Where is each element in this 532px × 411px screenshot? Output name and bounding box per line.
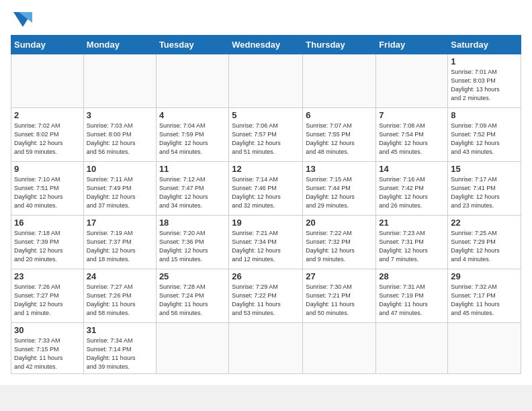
calendar-cell: 2Sunrise: 7:02 AM Sunset: 8:02 PM Daylig…: [11, 108, 84, 162]
day-number: 1: [451, 56, 518, 66]
calendar-cell: 23Sunrise: 7:26 AM Sunset: 7:27 PM Dayli…: [11, 269, 84, 323]
calendar-cell: [229, 54, 303, 108]
week-row-2: 2Sunrise: 7:02 AM Sunset: 8:02 PM Daylig…: [11, 108, 521, 162]
day-number: 16: [14, 218, 81, 228]
day-number: 22: [451, 218, 518, 228]
day-info: Sunrise: 7:23 AM Sunset: 7:31 PM Dayligh…: [379, 229, 445, 264]
day-number: 10: [87, 164, 153, 174]
day-info: Sunrise: 7:26 AM Sunset: 7:27 PM Dayligh…: [14, 283, 81, 318]
page: SundayMondayTuesdayWednesdayThursdayFrid…: [0, 0, 532, 385]
week-row-4: 16Sunrise: 7:18 AM Sunset: 7:39 PM Dayli…: [11, 216, 521, 269]
calendar: SundayMondayTuesdayWednesdayThursdayFrid…: [11, 35, 521, 374]
calendar-cell: [376, 323, 448, 374]
calendar-cell: 13Sunrise: 7:15 AM Sunset: 7:44 PM Dayli…: [303, 162, 376, 216]
calendar-cell: 9Sunrise: 7:10 AM Sunset: 7:51 PM Daylig…: [11, 162, 84, 216]
day-number: 11: [159, 164, 226, 174]
calendar-cell: [156, 54, 228, 108]
logo: [11, 11, 32, 30]
day-number: 14: [379, 164, 445, 174]
day-number: 13: [306, 164, 373, 174]
day-info: Sunrise: 7:34 AM Sunset: 7:14 PM Dayligh…: [87, 336, 153, 371]
logo-triangle-icon: [13, 12, 32, 27]
week-row-3: 9Sunrise: 7:10 AM Sunset: 7:51 PM Daylig…: [11, 162, 521, 216]
calendar-cell: [229, 323, 303, 374]
calendar-cell: 20Sunrise: 7:22 AM Sunset: 7:32 PM Dayli…: [303, 216, 376, 269]
calendar-cell: 10Sunrise: 7:11 AM Sunset: 7:49 PM Dayli…: [83, 162, 156, 216]
day-number: 19: [232, 218, 300, 228]
calendar-cell: 14Sunrise: 7:16 AM Sunset: 7:42 PM Dayli…: [376, 162, 448, 216]
day-info: Sunrise: 7:14 AM Sunset: 7:46 PM Dayligh…: [232, 175, 300, 210]
calendar-cell: 15Sunrise: 7:17 AM Sunset: 7:41 PM Dayli…: [448, 162, 521, 216]
day-info: Sunrise: 7:11 AM Sunset: 7:49 PM Dayligh…: [87, 175, 153, 210]
calendar-cell: 21Sunrise: 7:23 AM Sunset: 7:31 PM Dayli…: [376, 216, 448, 269]
day-number: 21: [379, 218, 445, 228]
day-number: 24: [87, 271, 153, 281]
calendar-cell: 29Sunrise: 7:32 AM Sunset: 7:17 PM Dayli…: [448, 269, 521, 323]
calendar-cell: 7Sunrise: 7:08 AM Sunset: 7:54 PM Daylig…: [376, 108, 448, 162]
calendar-cell: 31Sunrise: 7:34 AM Sunset: 7:14 PM Dayli…: [83, 323, 156, 374]
calendar-cell: [156, 323, 228, 374]
calendar-cell: [376, 54, 448, 108]
day-info: Sunrise: 7:17 AM Sunset: 7:41 PM Dayligh…: [451, 175, 518, 210]
weekday-header-row: SundayMondayTuesdayWednesdayThursdayFrid…: [11, 36, 521, 54]
day-number: 20: [306, 218, 373, 228]
day-info: Sunrise: 7:31 AM Sunset: 7:19 PM Dayligh…: [379, 283, 445, 318]
day-info: Sunrise: 7:25 AM Sunset: 7:29 PM Dayligh…: [451, 229, 518, 264]
day-number: 3: [87, 110, 153, 120]
day-info: Sunrise: 7:09 AM Sunset: 7:52 PM Dayligh…: [451, 122, 518, 156]
day-info: Sunrise: 7:07 AM Sunset: 7:55 PM Dayligh…: [306, 122, 373, 156]
calendar-cell: 19Sunrise: 7:21 AM Sunset: 7:34 PM Dayli…: [229, 216, 303, 269]
calendar-cell: [303, 54, 376, 108]
calendar-cell: 28Sunrise: 7:31 AM Sunset: 7:19 PM Dayli…: [376, 269, 448, 323]
day-info: Sunrise: 7:16 AM Sunset: 7:42 PM Dayligh…: [379, 175, 445, 210]
day-number: 5: [232, 110, 300, 120]
day-info: Sunrise: 7:06 AM Sunset: 7:57 PM Dayligh…: [232, 122, 300, 156]
header: [11, 11, 521, 30]
calendar-cell: [303, 323, 376, 374]
day-number: 31: [87, 325, 153, 335]
day-number: 9: [14, 164, 81, 174]
calendar-cell: 12Sunrise: 7:14 AM Sunset: 7:46 PM Dayli…: [229, 162, 303, 216]
day-info: Sunrise: 7:12 AM Sunset: 7:47 PM Dayligh…: [159, 175, 226, 210]
day-number: 15: [451, 164, 518, 174]
day-number: 23: [14, 271, 81, 281]
calendar-cell: 27Sunrise: 7:30 AM Sunset: 7:21 PM Dayli…: [303, 269, 376, 323]
weekday-header-saturday: Saturday: [448, 36, 521, 54]
calendar-cell: [448, 323, 521, 374]
day-number: 8: [451, 110, 518, 120]
day-number: 28: [379, 271, 445, 281]
day-info: Sunrise: 7:02 AM Sunset: 8:02 PM Dayligh…: [14, 122, 81, 156]
calendar-cell: 26Sunrise: 7:29 AM Sunset: 7:22 PM Dayli…: [229, 269, 303, 323]
weekday-header-friday: Friday: [376, 36, 448, 54]
calendar-cell: 6Sunrise: 7:07 AM Sunset: 7:55 PM Daylig…: [303, 108, 376, 162]
day-info: Sunrise: 7:29 AM Sunset: 7:22 PM Dayligh…: [232, 283, 300, 318]
weekday-header-thursday: Thursday: [303, 36, 376, 54]
day-number: 30: [14, 325, 81, 335]
weekday-header-monday: Monday: [83, 36, 156, 54]
day-info: Sunrise: 7:33 AM Sunset: 7:15 PM Dayligh…: [14, 336, 81, 371]
day-number: 17: [87, 218, 153, 228]
day-number: 7: [379, 110, 445, 120]
day-info: Sunrise: 7:30 AM Sunset: 7:21 PM Dayligh…: [306, 283, 373, 318]
day-info: Sunrise: 7:08 AM Sunset: 7:54 PM Dayligh…: [379, 122, 445, 156]
day-info: Sunrise: 7:01 AM Sunset: 8:03 PM Dayligh…: [451, 68, 518, 103]
calendar-cell: 3Sunrise: 7:03 AM Sunset: 8:00 PM Daylig…: [83, 108, 156, 162]
calendar-cell: 8Sunrise: 7:09 AM Sunset: 7:52 PM Daylig…: [448, 108, 521, 162]
calendar-cell: 1Sunrise: 7:01 AM Sunset: 8:03 PM Daylig…: [448, 54, 521, 108]
weekday-header-sunday: Sunday: [11, 36, 84, 54]
day-info: Sunrise: 7:22 AM Sunset: 7:32 PM Dayligh…: [306, 229, 373, 264]
day-number: 29: [451, 271, 518, 281]
day-number: 4: [159, 110, 226, 120]
week-row-6: 30Sunrise: 7:33 AM Sunset: 7:15 PM Dayli…: [11, 323, 521, 374]
calendar-cell: 18Sunrise: 7:20 AM Sunset: 7:36 PM Dayli…: [156, 216, 228, 269]
calendar-cell: 17Sunrise: 7:19 AM Sunset: 7:37 PM Dayli…: [83, 216, 156, 269]
calendar-cell: [83, 54, 156, 108]
calendar-cell: 5Sunrise: 7:06 AM Sunset: 7:57 PM Daylig…: [229, 108, 303, 162]
day-number: 6: [306, 110, 373, 120]
day-info: Sunrise: 7:04 AM Sunset: 7:59 PM Dayligh…: [159, 122, 226, 156]
day-info: Sunrise: 7:15 AM Sunset: 7:44 PM Dayligh…: [306, 175, 373, 210]
day-number: 12: [232, 164, 300, 174]
calendar-cell: [11, 54, 84, 108]
day-info: Sunrise: 7:18 AM Sunset: 7:39 PM Dayligh…: [14, 229, 81, 264]
day-number: 25: [159, 271, 226, 281]
